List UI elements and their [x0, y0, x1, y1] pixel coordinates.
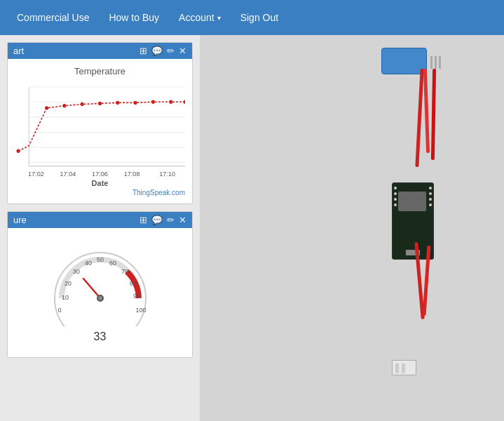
- svg-point-9: [45, 106, 48, 109]
- chart-widget-title: art: [13, 46, 24, 56]
- chart-widget-body: Temperature: [8, 59, 192, 203]
- svg-text:0: 0: [57, 307, 61, 314]
- svg-text:17:10: 17:10: [159, 170, 175, 178]
- gauge-edit-icon[interactable]: ✏: [167, 215, 175, 225]
- svg-text:60: 60: [109, 260, 116, 267]
- gauge-comment-icon[interactable]: 💬: [151, 215, 163, 225]
- chart-widget-header: art ⊞ 💬 ✏ ✕: [8, 43, 192, 59]
- svg-point-10: [62, 104, 66, 107]
- chart-edit-icon[interactable]: ✏: [167, 46, 175, 56]
- gauge-svg: 0 10 20 30 40 50 60 70: [44, 242, 156, 326]
- chart-x-label: Date: [15, 179, 185, 187]
- chart-comment-icon[interactable]: 💬: [151, 46, 163, 56]
- gauge-widget-body: 0 10 20 30 40 50 60 70: [8, 228, 192, 357]
- gauge-widget-icons: ⊞ 💬 ✏ ✕: [139, 215, 186, 225]
- svg-text:80: 80: [129, 280, 136, 287]
- svg-point-13: [116, 101, 119, 105]
- sensor-pins: [430, 56, 441, 69]
- svg-text:20: 20: [64, 280, 71, 287]
- svg-text:17:04: 17:04: [60, 170, 76, 178]
- svg-text:17:08: 17:08: [124, 170, 140, 178]
- svg-point-37: [98, 296, 102, 300]
- svg-point-15: [151, 100, 155, 104]
- gauge-value: 33: [94, 330, 107, 343]
- nav-how-to-buy[interactable]: How to Buy: [99, 6, 169, 29]
- svg-point-12: [98, 102, 102, 105]
- gauge-widget-title: ure: [13, 215, 27, 225]
- chart-close-icon[interactable]: ✕: [179, 46, 186, 56]
- svg-point-16: [169, 100, 172, 104]
- svg-text:90: 90: [132, 293, 139, 300]
- left-panel: art ⊞ 💬 ✏ ✕ Temperature: [0, 35, 200, 421]
- nav-account[interactable]: Account ▾: [169, 6, 231, 29]
- right-panel: [200, 35, 504, 421]
- nav-commercial-use[interactable]: Commercial Use: [7, 6, 99, 29]
- temperature-chart-svg: 17:02 17:04 17:06 17:08 17:10: [15, 79, 185, 178]
- thingspeak-credit: ThingSpeak.com: [15, 189, 185, 196]
- svg-text:10: 10: [61, 294, 68, 301]
- svg-point-11: [81, 102, 84, 106]
- gauge-widget-header: ure ⊞ 💬 ✏ ✕: [8, 212, 192, 228]
- chart-title: Temperature: [15, 66, 185, 76]
- temperature-chart-widget: art ⊞ 💬 ✏ ✕ Temperature: [7, 42, 193, 204]
- white-connector: [392, 360, 416, 375]
- svg-text:30: 30: [72, 268, 79, 275]
- chart-widget-icons: ⊞ 💬 ✏ ✕: [139, 46, 186, 56]
- hardware-photo: [200, 35, 504, 421]
- nav-account-caret: ▾: [217, 14, 221, 22]
- svg-text:17:06: 17:06: [92, 170, 108, 178]
- gauge-export-icon[interactable]: ⊞: [139, 215, 147, 225]
- chart-export-icon[interactable]: ⊞: [139, 46, 147, 56]
- svg-text:50: 50: [96, 256, 103, 263]
- gauge-close-icon[interactable]: ✕: [179, 215, 186, 225]
- svg-point-14: [134, 101, 137, 105]
- nav-account-label: Account: [179, 12, 214, 23]
- chart-area: 17:02 17:04 17:06 17:08 17:10: [15, 79, 185, 178]
- nav-sign-out[interactable]: Sign Out: [231, 6, 288, 29]
- svg-text:70: 70: [121, 268, 128, 275]
- svg-point-23: [55, 253, 146, 326]
- svg-text:100: 100: [135, 307, 146, 314]
- svg-text:40: 40: [84, 260, 91, 267]
- gauge-widget: ure ⊞ 💬 ✏ ✕: [7, 211, 193, 358]
- main-content: art ⊞ 💬 ✏ ✕ Temperature: [0, 35, 504, 421]
- svg-point-8: [17, 149, 20, 153]
- svg-text:17:02: 17:02: [28, 170, 44, 178]
- navigation: Commercial Use How to Buy Account ▾ Sign…: [0, 0, 504, 35]
- gauge-container: 0 10 20 30 40 50 60 70: [15, 235, 185, 350]
- svg-point-17: [183, 100, 185, 104]
